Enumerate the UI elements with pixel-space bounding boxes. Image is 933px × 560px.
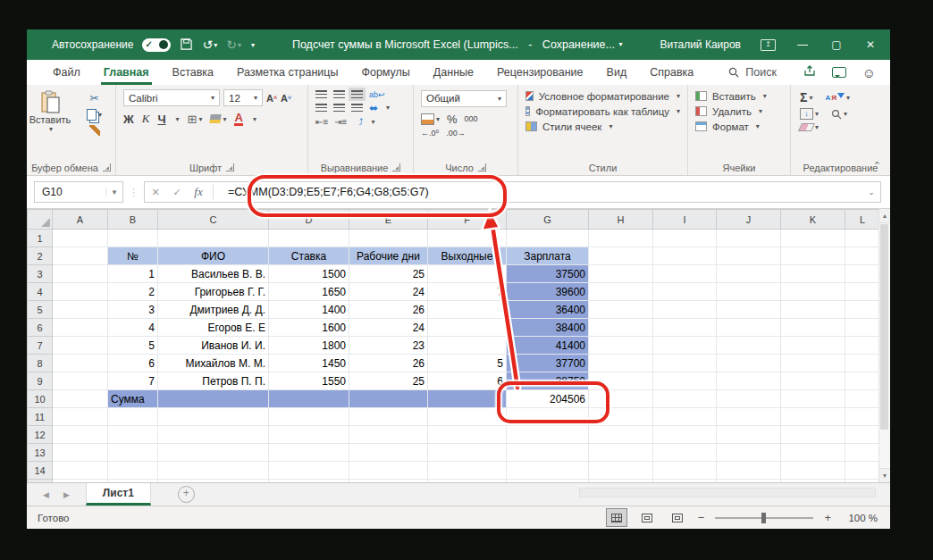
fill-button[interactable]: ↓▾	[800, 108, 819, 120]
insert-cells-button[interactable]: Вставить▾	[688, 88, 790, 104]
cell-K12[interactable]	[781, 426, 845, 444]
cell-H6[interactable]	[589, 319, 653, 337]
cell-H7[interactable]	[589, 337, 653, 355]
zoom-slider-thumb[interactable]	[761, 513, 766, 523]
page-layout-view-button[interactable]	[637, 509, 657, 526]
cell-L14[interactable]	[845, 462, 880, 480]
align-bottom-icon[interactable]	[351, 90, 363, 98]
cell-K6[interactable]	[781, 319, 845, 337]
dialog-launcher-icon[interactable]	[478, 163, 486, 171]
cell-H13[interactable]	[589, 444, 653, 462]
cell-F1[interactable]	[428, 230, 507, 247]
cell-G7[interactable]: 41400	[507, 337, 589, 355]
format-painter-button[interactable]	[73, 125, 115, 136]
cell-E2[interactable]: Рабочие дни	[349, 247, 428, 265]
decrease-indent-icon[interactable]: ⇤≡	[315, 117, 328, 127]
cell-I5[interactable]	[653, 301, 717, 319]
tab-view[interactable]: Вид	[595, 60, 639, 85]
cell-G2[interactable]: Зарплата	[507, 247, 589, 265]
copy-button[interactable]: ▾	[73, 109, 115, 121]
align-top-icon[interactable]	[315, 90, 327, 98]
zoom-slider[interactable]	[715, 517, 813, 519]
next-sheet-icon[interactable]: ▶	[63, 490, 70, 499]
normal-view-button[interactable]	[607, 509, 626, 526]
maximize-button[interactable]: ▢	[829, 38, 844, 51]
cell-I13[interactable]	[653, 444, 717, 462]
save-button[interactable]	[180, 38, 193, 53]
cell-A9[interactable]	[53, 372, 108, 390]
number-format-combo[interactable]: Общий▾	[421, 90, 507, 107]
sheet-tab-list1[interactable]: Лист1	[86, 483, 151, 506]
cell-F8[interactable]: 5	[428, 355, 507, 372]
row-header-14[interactable]: 14	[28, 462, 53, 480]
cell-I6[interactable]	[653, 319, 717, 337]
cell-J4[interactable]	[717, 283, 781, 301]
cell-C5[interactable]: Дмитриев Д. Д.	[158, 301, 269, 319]
vertical-scrollbar[interactable]: ▲ ▼	[878, 209, 890, 482]
cell-K14[interactable]	[781, 462, 845, 480]
user-name[interactable]: Виталий Каиров	[660, 38, 741, 51]
cell-E14[interactable]	[349, 462, 428, 480]
cell-A14[interactable]	[53, 462, 108, 480]
cell-C4[interactable]: Григорьев Г. Г.	[158, 283, 269, 301]
decrease-decimal-button[interactable]: .00→	[446, 129, 466, 138]
autosave-toggle[interactable]: ✓	[142, 38, 171, 52]
cell-C13[interactable]	[158, 444, 269, 462]
cell-K3[interactable]	[781, 265, 845, 283]
add-sheet-icon[interactable]: +	[178, 486, 195, 503]
align-right-icon[interactable]	[351, 104, 363, 112]
cell-G6[interactable]: 38400	[507, 319, 589, 337]
increase-indent-icon[interactable]: ⇥≡	[334, 117, 347, 127]
cell-D11[interactable]	[269, 408, 349, 426]
cell-J6[interactable]	[717, 319, 781, 337]
cell-B13[interactable]	[108, 444, 158, 462]
cell-L10[interactable]	[845, 390, 880, 408]
cell-G4[interactable]: 39600	[507, 283, 589, 301]
cell-E11[interactable]	[349, 408, 428, 426]
paste-button[interactable]: Вставить ▾	[27, 88, 73, 133]
cell-B11[interactable]	[108, 408, 158, 426]
increase-decimal-button[interactable]: ←.0⁰	[421, 129, 439, 138]
cell-D13[interactable]	[269, 444, 349, 462]
column-header-H[interactable]: H	[589, 210, 653, 230]
cell-C11[interactable]	[158, 408, 269, 426]
cell-L3[interactable]	[845, 265, 880, 283]
close-button[interactable]: ✕	[863, 38, 878, 51]
cell-A1[interactable]	[53, 230, 108, 247]
horizontal-scrollbar[interactable]	[579, 488, 876, 497]
cell-E13[interactable]	[349, 444, 428, 462]
cell-F3[interactable]: 6	[428, 265, 507, 283]
cell-L8[interactable]	[845, 355, 880, 372]
cell-D6[interactable]: 1600	[269, 319, 349, 337]
cell-E9[interactable]: 25	[349, 372, 428, 390]
cancel-icon[interactable]: ✕	[145, 187, 166, 198]
cell-A11[interactable]	[53, 408, 108, 426]
cell-L6[interactable]	[845, 319, 880, 337]
cell-K7[interactable]	[781, 337, 845, 355]
cell-I9[interactable]	[653, 372, 717, 390]
cell-L5[interactable]	[845, 301, 880, 319]
share-icon[interactable]	[803, 65, 816, 79]
cell-G8[interactable]: 37700	[507, 355, 589, 372]
cell-K8[interactable]	[781, 355, 845, 372]
cell-G1[interactable]	[507, 230, 589, 247]
cell-I7[interactable]	[653, 337, 717, 355]
cell-I2[interactable]	[653, 247, 717, 265]
row-header-5[interactable]: 5	[28, 301, 53, 319]
cell-E10[interactable]	[349, 390, 428, 408]
cell-D8[interactable]: 1450	[269, 355, 349, 372]
cell-J7[interactable]	[717, 337, 781, 355]
cell-F6[interactable]	[428, 319, 507, 337]
dialog-launcher-icon[interactable]	[226, 163, 234, 171]
fill-color-button[interactable]: ▾	[210, 114, 226, 123]
autosum-button[interactable]: Σ▾	[800, 90, 812, 104]
cell-D7[interactable]: 1800	[269, 337, 349, 355]
clear-button[interactable]: ▾	[800, 123, 819, 131]
row-header-4[interactable]: 4	[28, 283, 53, 301]
cell-G5[interactable]: 36400	[507, 301, 589, 319]
increase-font-button[interactable]: A˄	[266, 93, 277, 104]
cell-A8[interactable]	[53, 355, 108, 372]
feedback-smiley-icon[interactable]: ☺	[862, 65, 876, 80]
cell-J12[interactable]	[717, 426, 781, 444]
scroll-down-icon[interactable]: ▼	[879, 468, 890, 482]
